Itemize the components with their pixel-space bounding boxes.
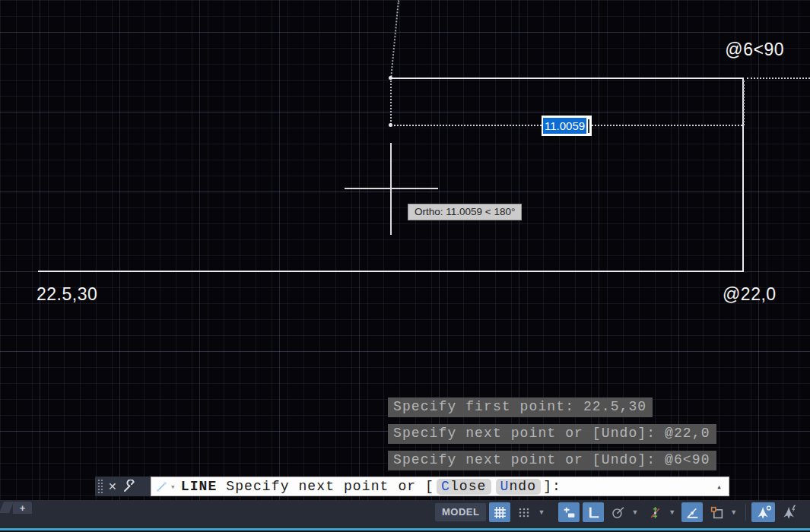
tracking-line-corner-vertical [743,81,745,125]
active-command: LINE [181,479,218,494]
command-line-input[interactable]: ▾ LINE Specify next point or [CloseUndo]… [151,477,729,496]
object-snap-icon [710,505,724,520]
isometric-drafting-icon [685,505,700,520]
collapse-history-icon[interactable]: ▴ [716,482,723,492]
snap-icon [517,505,531,519]
grid-toggle-button[interactable] [489,502,510,522]
line-segment-bottom [38,271,744,272]
dynamic-input-icon [562,505,577,520]
layout-tab-edge [0,502,14,513]
coordinate-label-relative-up: @6<90 [716,40,784,60]
ortho-tooltip: Ortho: 11.0059 < 180° [408,204,522,220]
history-row: Specify next point or [Undo]: @6<90 [388,451,716,470]
snap-dropdown-caret-icon[interactable]: ▼ [535,508,548,516]
annotation-autoscale-button[interactable] [778,502,801,522]
rubber-band-line [390,78,744,79]
coordinate-label-first-point: 22.5,30 [37,284,97,305]
tracking-point-marker [389,76,392,80]
ortho-icon [586,505,601,520]
option-close-button[interactable]: Close [437,479,491,495]
option-undo-button[interactable]: Undo [496,479,542,495]
annotation-scale-icon [807,505,810,520]
close-icon[interactable]: ✕ [108,481,117,492]
osnap-tracking-dropdown-caret-icon[interactable]: ▼ [665,508,678,516]
drawing-canvas[interactable]: @6<90 22.5,30 @22,0 11.0059 Ortho: 11.00… [0,0,810,500]
annotation-visibility-button[interactable] [751,502,775,522]
tool-dropdown-caret-icon[interactable]: ▾ [170,482,176,492]
annotation-scale-button[interactable] [804,502,810,522]
history-row: Specify first point: 22.5,30 [388,397,653,417]
wrench-icon[interactable] [122,480,136,493]
command-history: Specify first point: 22.5,30 Specify nex… [388,397,716,477]
bracket-open: [ [425,479,434,494]
isometric-drafting-toggle-button[interactable] [681,502,703,522]
model-space-button[interactable]: MODEL [435,503,486,521]
polar-tracking-toggle-button[interactable]: ▼ [607,502,641,522]
history-row: Specify next point or [Undo]: @22,0 [388,424,716,444]
coordinate-label-relative-right: @22,0 [723,284,777,305]
tracking-line-upward-slant [390,0,399,79]
bracket-close: ]: [543,479,561,494]
annotation-visibility-icon [755,504,772,521]
object-snap-toggle-button[interactable]: ▼ [706,502,740,522]
new-layout-tab-button[interactable]: + [13,502,32,514]
polar-dropdown-caret-icon[interactable]: ▼ [628,508,641,516]
osnap-tracking-icon [648,505,662,520]
status-divider [745,504,746,521]
tracking-point-marker [389,123,392,127]
dynamic-input-field[interactable]: 11.0059 [542,116,592,136]
command-panel-handle[interactable]: ✕ [95,477,151,496]
autocad-window: @6<90 22.5,30 @22,0 11.0059 Ortho: 11.00… [0,0,810,532]
status-bar: + MODEL [0,500,810,532]
line-tool-icon[interactable] [156,481,167,492]
ortho-toggle-button[interactable] [583,502,604,522]
tracking-line-right-extension [747,78,810,79]
dynamic-input-value: 11.0059 [543,118,586,134]
crosshair-cursor-horizontal [345,188,438,189]
osnap-tracking-toggle-button[interactable]: ▼ [644,502,678,522]
drag-grip-icon[interactable] [98,480,103,493]
snap-toggle-button[interactable]: ▼ [513,502,548,522]
command-prompt: Specify next point or [217,479,425,494]
dynamic-input-toggle-button[interactable] [558,502,580,522]
polar-tracking-icon [611,505,625,520]
text-cursor [588,119,589,133]
annotation-autoscale-icon [781,504,798,521]
tracking-line-left-vertical [390,81,392,125]
object-snap-dropdown-caret-icon[interactable]: ▼ [727,508,740,516]
grid-icon [493,505,507,520]
